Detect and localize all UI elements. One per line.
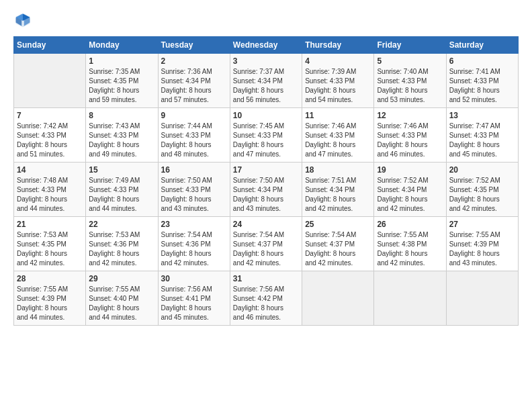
day-number: 2 (161, 56, 227, 66)
day-info: Sunrise: 7:54 AM Sunset: 4:36 PM Dayligh… (161, 230, 227, 268)
week-row-3: 14Sunrise: 7:48 AM Sunset: 4:33 PM Dayli… (14, 163, 519, 217)
day-info: Sunrise: 7:43 AM Sunset: 4:33 PM Dayligh… (89, 122, 154, 159)
day-cell: 2Sunrise: 7:36 AM Sunset: 4:34 PM Daylig… (158, 54, 230, 108)
day-info: Sunrise: 7:53 AM Sunset: 4:36 PM Dayligh… (89, 230, 154, 268)
day-cell: 17Sunrise: 7:50 AM Sunset: 4:34 PM Dayli… (230, 163, 302, 217)
day-cell (14, 54, 86, 108)
day-number: 11 (305, 111, 371, 120)
day-info: Sunrise: 7:39 AM Sunset: 4:33 PM Dayligh… (305, 67, 371, 105)
day-info: Sunrise: 7:55 AM Sunset: 4:39 PM Dayligh… (17, 285, 83, 322)
header-tuesday: Tuesday (158, 37, 230, 54)
day-number: 18 (305, 165, 371, 175)
week-row-2: 7Sunrise: 7:42 AM Sunset: 4:33 PM Daylig… (14, 108, 519, 163)
day-cell: 22Sunrise: 7:53 AM Sunset: 4:36 PM Dayli… (86, 217, 158, 271)
day-cell: 24Sunrise: 7:54 AM Sunset: 4:37 PM Dayli… (230, 217, 302, 271)
day-number: 16 (161, 165, 227, 175)
day-info: Sunrise: 7:50 AM Sunset: 4:33 PM Dayligh… (161, 176, 227, 214)
day-number: 23 (161, 220, 227, 229)
day-number: 15 (89, 165, 154, 175)
day-number: 29 (89, 274, 154, 283)
day-cell: 5Sunrise: 7:40 AM Sunset: 4:33 PM Daylig… (374, 54, 446, 108)
day-info: Sunrise: 7:35 AM Sunset: 4:35 PM Dayligh… (89, 67, 154, 105)
day-cell: 15Sunrise: 7:49 AM Sunset: 4:33 PM Dayli… (86, 163, 158, 217)
day-number: 27 (449, 220, 515, 229)
day-number: 1 (89, 56, 154, 66)
day-cell: 31Sunrise: 7:56 AM Sunset: 4:42 PM Dayli… (230, 271, 302, 326)
day-info: Sunrise: 7:55 AM Sunset: 4:39 PM Dayligh… (449, 230, 515, 268)
day-info: Sunrise: 7:55 AM Sunset: 4:40 PM Dayligh… (89, 285, 154, 322)
day-cell: 3Sunrise: 7:37 AM Sunset: 4:34 PM Daylig… (230, 54, 302, 108)
day-number: 5 (377, 56, 443, 66)
day-cell: 7Sunrise: 7:42 AM Sunset: 4:33 PM Daylig… (14, 108, 86, 163)
week-row-1: 1Sunrise: 7:35 AM Sunset: 4:35 PM Daylig… (14, 54, 519, 108)
day-cell: 8Sunrise: 7:43 AM Sunset: 4:33 PM Daylig… (86, 108, 158, 163)
day-cell: 30Sunrise: 7:56 AM Sunset: 4:41 PM Dayli… (158, 271, 230, 326)
day-number: 7 (17, 111, 83, 120)
header-thursday: Thursday (302, 37, 374, 54)
day-info: Sunrise: 7:55 AM Sunset: 4:38 PM Dayligh… (377, 230, 443, 268)
calendar-table: Sunday Monday Tuesday Wednesday Thursday… (13, 36, 519, 326)
day-number: 20 (449, 165, 515, 175)
day-info: Sunrise: 7:52 AM Sunset: 4:34 PM Dayligh… (377, 176, 443, 214)
day-number: 31 (233, 274, 299, 283)
day-info: Sunrise: 7:49 AM Sunset: 4:33 PM Dayligh… (89, 176, 154, 214)
day-info: Sunrise: 7:46 AM Sunset: 4:33 PM Dayligh… (377, 122, 443, 159)
day-info: Sunrise: 7:53 AM Sunset: 4:35 PM Dayligh… (17, 230, 83, 268)
day-info: Sunrise: 7:44 AM Sunset: 4:33 PM Dayligh… (161, 122, 227, 159)
day-cell: 16Sunrise: 7:50 AM Sunset: 4:33 PM Dayli… (158, 163, 230, 217)
day-number: 3 (233, 56, 299, 66)
day-info: Sunrise: 7:45 AM Sunset: 4:33 PM Dayligh… (233, 122, 299, 159)
day-cell: 6Sunrise: 7:41 AM Sunset: 4:33 PM Daylig… (446, 54, 518, 108)
day-cell: 28Sunrise: 7:55 AM Sunset: 4:39 PM Dayli… (14, 271, 86, 326)
day-number: 26 (377, 220, 443, 229)
day-info: Sunrise: 7:48 AM Sunset: 4:33 PM Dayligh… (17, 176, 83, 214)
day-info: Sunrise: 7:46 AM Sunset: 4:33 PM Dayligh… (305, 122, 371, 159)
day-number: 10 (233, 111, 299, 120)
day-cell: 21Sunrise: 7:53 AM Sunset: 4:35 PM Dayli… (14, 217, 86, 271)
day-info: Sunrise: 7:36 AM Sunset: 4:34 PM Dayligh… (161, 67, 227, 105)
calendar-page: Sunday Monday Tuesday Wednesday Thursday… (0, 0, 532, 411)
day-number: 8 (89, 111, 154, 120)
day-info: Sunrise: 7:42 AM Sunset: 4:33 PM Dayligh… (17, 122, 83, 159)
day-info: Sunrise: 7:52 AM Sunset: 4:35 PM Dayligh… (449, 176, 515, 214)
day-cell (374, 271, 446, 326)
day-info: Sunrise: 7:56 AM Sunset: 4:41 PM Dayligh… (161, 285, 227, 322)
day-number: 9 (161, 111, 227, 120)
day-cell: 14Sunrise: 7:48 AM Sunset: 4:33 PM Dayli… (14, 163, 86, 217)
day-cell (446, 271, 518, 326)
header-friday: Friday (374, 37, 446, 54)
day-number: 13 (449, 111, 515, 120)
day-cell: 1Sunrise: 7:35 AM Sunset: 4:35 PM Daylig… (86, 54, 158, 108)
day-info: Sunrise: 7:40 AM Sunset: 4:33 PM Dayligh… (377, 67, 443, 105)
day-cell: 4Sunrise: 7:39 AM Sunset: 4:33 PM Daylig… (302, 54, 374, 108)
day-cell: 19Sunrise: 7:52 AM Sunset: 4:34 PM Dayli… (374, 163, 446, 217)
day-cell (302, 271, 374, 326)
day-cell: 23Sunrise: 7:54 AM Sunset: 4:36 PM Dayli… (158, 217, 230, 271)
header-sunday: Sunday (14, 37, 86, 54)
day-cell: 29Sunrise: 7:55 AM Sunset: 4:40 PM Dayli… (86, 271, 158, 326)
day-number: 6 (449, 56, 515, 66)
day-info: Sunrise: 7:54 AM Sunset: 4:37 PM Dayligh… (305, 230, 371, 268)
day-cell: 26Sunrise: 7:55 AM Sunset: 4:38 PM Dayli… (374, 217, 446, 271)
day-cell: 9Sunrise: 7:44 AM Sunset: 4:33 PM Daylig… (158, 108, 230, 163)
day-cell: 20Sunrise: 7:52 AM Sunset: 4:35 PM Dayli… (446, 163, 518, 217)
day-number: 22 (89, 220, 154, 229)
header-wednesday: Wednesday (230, 37, 302, 54)
day-cell: 10Sunrise: 7:45 AM Sunset: 4:33 PM Dayli… (230, 108, 302, 163)
logo-icon (13, 11, 32, 30)
day-number: 4 (305, 56, 371, 66)
week-row-5: 28Sunrise: 7:55 AM Sunset: 4:39 PM Dayli… (14, 271, 519, 326)
day-info: Sunrise: 7:56 AM Sunset: 4:42 PM Dayligh… (233, 285, 299, 322)
day-cell: 27Sunrise: 7:55 AM Sunset: 4:39 PM Dayli… (446, 217, 518, 271)
logo (13, 11, 35, 30)
week-row-4: 21Sunrise: 7:53 AM Sunset: 4:35 PM Dayli… (14, 217, 519, 271)
day-number: 24 (233, 220, 299, 229)
day-info: Sunrise: 7:50 AM Sunset: 4:34 PM Dayligh… (233, 176, 299, 214)
day-cell: 25Sunrise: 7:54 AM Sunset: 4:37 PM Dayli… (302, 217, 374, 271)
day-number: 17 (233, 165, 299, 175)
day-info: Sunrise: 7:37 AM Sunset: 4:34 PM Dayligh… (233, 67, 299, 105)
day-cell: 11Sunrise: 7:46 AM Sunset: 4:33 PM Dayli… (302, 108, 374, 163)
day-number: 12 (377, 111, 443, 120)
header-saturday: Saturday (446, 37, 518, 54)
day-cell: 13Sunrise: 7:47 AM Sunset: 4:33 PM Dayli… (446, 108, 518, 163)
